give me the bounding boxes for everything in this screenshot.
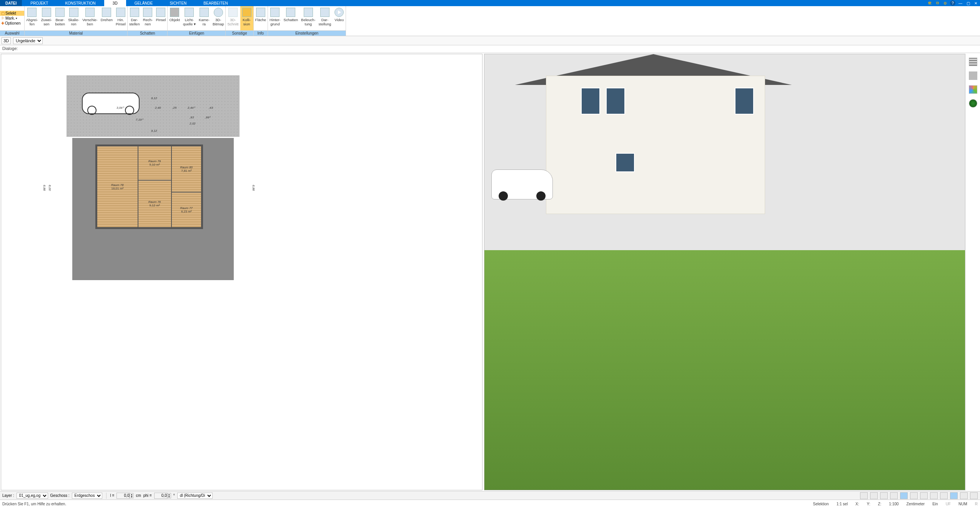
geschoss-label: Geschoss :: [50, 493, 70, 498]
snap-select[interactable]: dl (Richtung/Di: [177, 493, 213, 499]
kamera-button[interactable]: Kame- ra: [197, 6, 211, 30]
menu-icon[interactable]: [970, 492, 978, 499]
chair-icon[interactable]: [969, 71, 977, 80]
tab-sichten[interactable]: SICHTEN: [161, 0, 195, 6]
help-hint: Drücken Sie F1, um Hilfe zu erhalten.: [2, 502, 66, 506]
dim-label: 9,12: [151, 96, 157, 100]
3d-schnitt-button[interactable]: 3D- Schnitt: [226, 6, 240, 30]
geschoss-select[interactable]: Erdgeschos: [72, 493, 102, 499]
group-label-einstellungen: Einstellungen: [268, 30, 346, 36]
kollision-button[interactable]: Kolli- sion: [240, 6, 253, 30]
workspace: 9,12 3,04⁵ 2,40 ,25 2,44⁵ ,43 7,19⁵ ,93 …: [0, 53, 966, 491]
hintergrund-button[interactable]: Hinter- grund: [268, 6, 282, 30]
rechnen-button[interactable]: Rech- nen: [141, 6, 154, 30]
layers-icon[interactable]: [969, 58, 977, 66]
tab-gelaende[interactable]: GELÄNDE: [126, 0, 161, 6]
house-interior: Raum 78 18,01 m² Raum 79 5,10 m² Raum 76…: [95, 144, 203, 229]
grid-icon[interactable]: [890, 492, 898, 499]
group-label-auswahl: Auswahl: [0, 30, 24, 36]
dim-label: 6,00: [48, 185, 52, 191]
window-controls: 🛠 ⧉ ⚙ ? ― ▢ ✕: [925, 0, 980, 6]
status-num: NUM: [958, 502, 967, 506]
dim-label: ,93: [190, 116, 194, 119]
context-bar: 3D Urgelände: [0, 36, 980, 45]
mark-button[interactable]: ⚐Mark.▾: [0, 16, 24, 21]
layer-select[interactable]: 01_ug,eg,og: [17, 493, 48, 499]
status-ein: Ein: [932, 502, 938, 506]
help-icon[interactable]: ?: [950, 0, 955, 6]
beleuchtung-button[interactable]: Beleuch- tung: [299, 6, 317, 30]
zuweisen-button[interactable]: Zuwei- sen: [40, 6, 54, 30]
tools-icon[interactable]: 🛠: [927, 0, 932, 6]
planes5-icon[interactable]: [940, 492, 948, 499]
drehen-button[interactable]: Drehen: [99, 6, 114, 30]
ribbon: ▢Selekt ⚐Mark.▾ ✚Optionen Auswahl Abgrei…: [0, 6, 980, 36]
pinsel-button[interactable]: Pinsel: [154, 6, 167, 30]
dim-label: 6,86: [43, 185, 46, 191]
materials-icon[interactable]: [969, 85, 977, 94]
tree-icon[interactable]: [969, 99, 977, 108]
phi-input[interactable]: [154, 493, 167, 499]
close-icon[interactable]: ✕: [973, 0, 978, 6]
bearbeiten-button[interactable]: Bear- beiten: [53, 6, 67, 30]
view-3d[interactable]: [484, 54, 966, 490]
length-input[interactable]: [116, 493, 130, 499]
group-label-sonstige: Sonstige: [226, 30, 253, 36]
dim-label: 2,40: [155, 106, 161, 110]
plan-2d-view[interactable]: 9,12 3,04⁵ 2,40 ,25 2,44⁵ ,43 7,19⁵ ,93 …: [1, 54, 483, 490]
darstellen-shadow-button[interactable]: Dar- stellen: [128, 6, 141, 30]
abgreifen-button[interactable]: Abgrei- fen: [25, 6, 40, 30]
tab-3d[interactable]: 3D: [104, 0, 126, 6]
minimize-icon[interactable]: ―: [958, 0, 963, 6]
dim-label: ,43: [209, 106, 213, 110]
tab-projekt[interactable]: PROJEKT: [22, 0, 57, 6]
dim-label: 2,44⁵: [188, 106, 195, 110]
flaeche-button[interactable]: Fläche: [254, 6, 268, 30]
skalieren-button[interactable]: Skalie- ren: [67, 6, 81, 30]
tab-konstruktion[interactable]: KONSTRUKTION: [57, 0, 104, 6]
phi-stepper[interactable]: ▲▼: [167, 493, 171, 498]
north2-icon[interactable]: [960, 492, 968, 499]
video-button[interactable]: Video: [333, 6, 346, 30]
swap-icon[interactable]: ⧉: [935, 0, 940, 6]
terrain-select[interactable]: Urgelände: [13, 37, 43, 44]
dim-label: ,99⁵: [205, 116, 210, 119]
planes1-icon[interactable]: [900, 492, 908, 499]
schatten-settings-button[interactable]: Schatten: [282, 6, 300, 30]
ribbon-group-auswahl: ▢Selekt ⚐Mark.▾ ✚Optionen Auswahl: [0, 6, 25, 36]
darstellung-button[interactable]: Dar- stellung: [317, 6, 333, 30]
camera-icon[interactable]: [880, 492, 888, 499]
3d-bitmap-button[interactable]: 3D- Bitmap: [211, 6, 226, 30]
status-x: X:: [855, 502, 859, 506]
room-78: Raum 78 18,01 m²: [97, 146, 138, 227]
side-toolbox: [968, 58, 978, 108]
car-plan-icon: [82, 93, 140, 114]
north-icon[interactable]: [950, 492, 958, 499]
length-stepper[interactable]: ▲▼: [130, 493, 133, 498]
group-label-einfuegen: Einfügen: [168, 30, 225, 36]
status-sel-ratio: 1:1 sel: [837, 502, 848, 506]
planes4-icon[interactable]: [930, 492, 938, 499]
dialoge-bar: Dialoge:: [0, 45, 980, 53]
lichtquelle-button[interactable]: Licht- quelle ▾: [181, 6, 197, 30]
status-units: Zentimeter: [906, 502, 925, 506]
planes3-icon[interactable]: [920, 492, 928, 499]
verschieben-button[interactable]: Verschie- ben: [81, 6, 99, 30]
selekt-button[interactable]: ▢Selekt: [0, 11, 24, 16]
main-menu-bar: DATEI PROJEKT KONSTRUKTION 3D GELÄNDE SI…: [0, 0, 980, 6]
hinpinsel-button[interactable]: Hin. Pinsel: [114, 6, 127, 30]
tab-bearbeiten[interactable]: BEARBEITEN: [195, 0, 236, 6]
ribbon-group-einfuegen: Objekt Licht- quelle ▾ Kame- ra 3D- Bitm…: [168, 6, 226, 36]
monitor-icon[interactable]: [870, 492, 878, 499]
settings-icon[interactable]: ⚙: [942, 0, 948, 6]
room-79: Raum 79 5,10 m²: [138, 146, 171, 180]
status-r: R: [975, 502, 978, 506]
planes2-icon[interactable]: [910, 492, 918, 499]
phi-unit: °: [173, 493, 175, 498]
tab-datei[interactable]: DATEI: [0, 0, 22, 6]
dim-label: 9,12: [151, 129, 157, 133]
maximize-icon[interactable]: ▢: [965, 0, 971, 6]
clock-icon[interactable]: [860, 492, 868, 499]
objekt-button[interactable]: Objekt: [168, 6, 181, 30]
optionen-button[interactable]: ✚Optionen: [0, 21, 24, 26]
